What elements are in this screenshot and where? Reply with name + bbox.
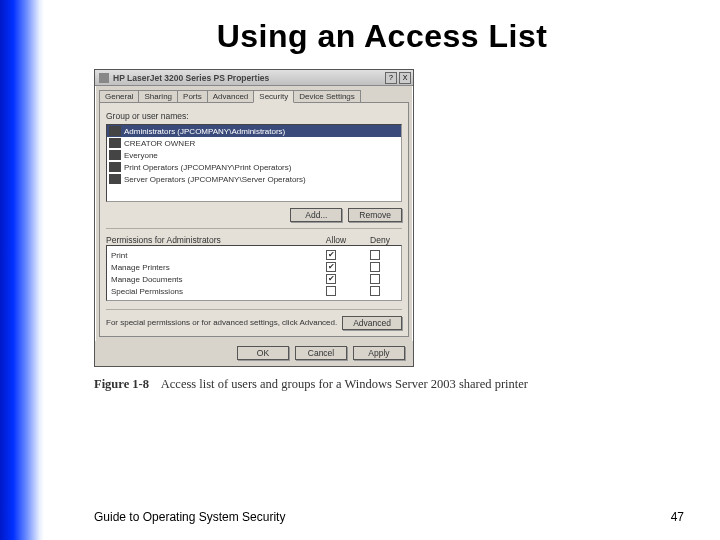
group-icon	[109, 150, 121, 160]
deny-checkbox[interactable]	[370, 250, 380, 260]
tab-general[interactable]: General	[99, 90, 139, 102]
allow-checkbox[interactable]: ✔	[326, 262, 336, 272]
tab-advanced[interactable]: Advanced	[207, 90, 255, 102]
remove-button[interactable]: Remove	[348, 208, 402, 222]
tab-ports[interactable]: Ports	[177, 90, 208, 102]
figure-area: HP LaserJet 3200 Series PS Properties ? …	[44, 69, 720, 392]
permission-name: Manage Printers	[111, 263, 309, 272]
allow-checkbox[interactable]: ✔	[326, 250, 336, 260]
group-list-label: Group or user names:	[106, 111, 402, 121]
permissions-header: Permissions for Administrators Allow Den…	[106, 228, 402, 245]
tab-strip: General Sharing Ports Advanced Security …	[95, 86, 413, 102]
permission-row: Special Permissions	[107, 285, 401, 297]
group-icon	[109, 162, 121, 172]
group-icon	[109, 138, 121, 148]
tab-device-settings[interactable]: Device Settings	[293, 90, 361, 102]
group-icon	[109, 126, 121, 136]
window-title: HP LaserJet 3200 Series PS Properties	[113, 73, 383, 83]
allow-column-header: Allow	[314, 235, 358, 245]
dialog-buttons: OK Cancel Apply	[95, 341, 413, 366]
slide-title: Using an Access List	[44, 18, 720, 55]
add-button[interactable]: Add...	[290, 208, 342, 222]
deny-checkbox[interactable]	[370, 262, 380, 272]
ok-button[interactable]: OK	[237, 346, 289, 360]
permissions-list: Print ✔ Manage Printers ✔ Manage Documen…	[106, 245, 402, 301]
slide-accent-bar	[0, 0, 44, 540]
list-item-label: Server Operators (JPCOMPANY\Server Opera…	[124, 175, 306, 184]
page-number: 47	[671, 510, 684, 524]
list-item[interactable]: CREATOR OWNER	[107, 137, 401, 149]
security-panel: Group or user names: Administrators (JPC…	[99, 102, 409, 337]
permission-name: Manage Documents	[111, 275, 309, 284]
figure-caption: Figure 1-8 Access list of users and grou…	[94, 377, 720, 392]
footer-text: Guide to Operating System Security	[94, 510, 285, 524]
slide-content: Using an Access List HP LaserJet 3200 Se…	[44, 0, 720, 540]
list-item-label: Everyone	[124, 151, 158, 160]
apply-button[interactable]: Apply	[353, 346, 405, 360]
list-item[interactable]: Everyone	[107, 149, 401, 161]
permission-name: Special Permissions	[111, 287, 309, 296]
slide-footer: Guide to Operating System Security 47	[94, 510, 684, 524]
titlebar[interactable]: HP LaserJet 3200 Series PS Properties ? …	[95, 70, 413, 86]
permission-name: Print	[111, 251, 309, 260]
group-icon	[109, 174, 121, 184]
figure-label: Figure 1-8	[94, 377, 149, 391]
list-item-label: Administrators (JPCOMPANY\Administrators…	[124, 127, 285, 136]
deny-column-header: Deny	[358, 235, 402, 245]
advanced-row: For special permissions or for advanced …	[106, 309, 402, 330]
close-button[interactable]: X	[399, 72, 411, 84]
figure-caption-text: Access list of users and groups for a Wi…	[161, 377, 528, 391]
allow-checkbox[interactable]: ✔	[326, 274, 336, 284]
list-item[interactable]: Administrators (JPCOMPANY\Administrators…	[107, 125, 401, 137]
properties-window: HP LaserJet 3200 Series PS Properties ? …	[94, 69, 414, 367]
advanced-button[interactable]: Advanced	[342, 316, 402, 330]
permission-row: Manage Printers ✔	[107, 261, 401, 273]
cancel-button[interactable]: Cancel	[295, 346, 347, 360]
tab-security[interactable]: Security	[253, 90, 294, 103]
deny-checkbox[interactable]	[370, 286, 380, 296]
list-item[interactable]: Print Operators (JPCOMPANY\Print Operato…	[107, 161, 401, 173]
permission-row: Print ✔	[107, 249, 401, 261]
group-buttons: Add... Remove	[106, 208, 402, 222]
advanced-hint: For special permissions or for advanced …	[106, 318, 342, 328]
deny-checkbox[interactable]	[370, 274, 380, 284]
tab-sharing[interactable]: Sharing	[138, 90, 178, 102]
group-listbox[interactable]: Administrators (JPCOMPANY\Administrators…	[106, 124, 402, 202]
list-item-label: Print Operators (JPCOMPANY\Print Operato…	[124, 163, 291, 172]
help-button[interactable]: ?	[385, 72, 397, 84]
permissions-for-label: Permissions for Administrators	[106, 235, 314, 245]
printer-icon	[99, 73, 109, 83]
permission-row: Manage Documents ✔	[107, 273, 401, 285]
list-item-label: CREATOR OWNER	[124, 139, 195, 148]
list-item[interactable]: Server Operators (JPCOMPANY\Server Opera…	[107, 173, 401, 185]
allow-checkbox[interactable]	[326, 286, 336, 296]
